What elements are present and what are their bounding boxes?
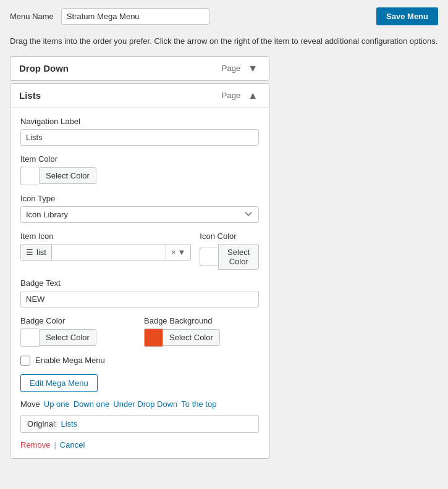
- lists-collapse-button[interactable]: ▲: [245, 90, 260, 101]
- icon-type-select[interactable]: Icon Library Upload Image None: [20, 206, 259, 223]
- move-label: Move: [20, 399, 40, 409]
- icon-color-button[interactable]: Select Color: [218, 244, 259, 270]
- lists-label: Lists: [19, 90, 41, 101]
- original-link[interactable]: Lists: [61, 419, 77, 428]
- cancel-link[interactable]: Cancel: [60, 440, 85, 449]
- enable-mega-menu-checkbox[interactable]: [20, 356, 30, 366]
- item-icon-text-input[interactable]: [52, 244, 166, 260]
- badge-color-button[interactable]: Select Color: [39, 329, 96, 346]
- item-icon-text: list: [36, 248, 46, 257]
- badge-text-input[interactable]: [20, 291, 259, 307]
- navigation-label-group: Navigation Label: [20, 117, 259, 146]
- icon-row: Item Icon ☰ list × ▼: [20, 232, 259, 278]
- badge-color-picker: Select Color: [20, 328, 135, 347]
- item-icon-label: Item Icon: [20, 232, 191, 241]
- item-icon-clear-button[interactable]: × ▼: [166, 244, 190, 260]
- badge-background-swatch: [144, 328, 163, 347]
- lists-header: Lists Page ▲: [11, 84, 269, 108]
- badge-background-group: Badge Background Select Color: [144, 316, 259, 347]
- menu-item-lists: Lists Page ▲ Navigation Label Item Color: [10, 83, 269, 459]
- lists-type: Page: [222, 91, 240, 100]
- move-to-top-link[interactable]: To the top: [181, 399, 216, 409]
- original-row: Original: Lists: [20, 415, 259, 433]
- save-menu-button[interactable]: Save Menu: [376, 7, 438, 25]
- enable-mega-menu-label: Enable Mega Menu: [35, 356, 105, 365]
- move-down-one-link[interactable]: Down one: [74, 399, 110, 409]
- badge-color-row: Badge Color Select Color Badge Backgroun…: [20, 316, 259, 356]
- action-row: Remove | Cancel: [20, 440, 259, 449]
- badge-background-picker: Select Color: [144, 328, 259, 347]
- remove-link[interactable]: Remove: [20, 440, 50, 449]
- item-color-group: Item Color Select Color: [20, 154, 259, 185]
- icon-color-swatch: [200, 248, 218, 266]
- item-color-label: Item Color: [20, 154, 259, 164]
- menu-item-dropdown: Drop Down Page ▼: [10, 56, 269, 81]
- badge-color-group: Badge Color Select Color: [20, 316, 135, 347]
- action-separator: |: [54, 440, 56, 449]
- navigation-label-label: Navigation Label: [20, 117, 259, 126]
- page-wrap: Menu Name Save Menu Drag the items into …: [0, 0, 448, 489]
- badge-text-group: Badge Text: [20, 278, 259, 307]
- dropdown-expand-button[interactable]: ▼: [245, 63, 260, 74]
- icon-color-group: Icon Color Select Color: [200, 232, 259, 270]
- item-color-swatch: [20, 167, 39, 185]
- enable-mega-menu-row: Enable Mega Menu: [20, 356, 259, 366]
- clear-dropdown-icon: ▼: [177, 248, 185, 257]
- move-up-one-link[interactable]: Up one: [44, 399, 70, 409]
- dropdown-type: Page: [222, 64, 240, 73]
- badge-color-swatch: [20, 328, 39, 347]
- icon-color-label: Icon Color: [200, 232, 259, 241]
- item-icon-input-wrap: ☰ list × ▼: [20, 244, 191, 261]
- lists-right: Page ▲: [222, 90, 260, 101]
- menu-items-list: Drop Down Page ▼ Lists Page ▲ Navigation…: [10, 56, 269, 461]
- clear-x-icon: ×: [171, 248, 176, 257]
- badge-color-label: Badge Color: [20, 316, 135, 325]
- navigation-label-input[interactable]: [20, 129, 259, 146]
- item-icon-group: Item Icon ☰ list × ▼: [20, 232, 191, 270]
- edit-mega-menu-button[interactable]: Edit Mega Menu: [20, 374, 98, 392]
- move-under-dropdown-link[interactable]: Under Drop Down: [113, 399, 177, 409]
- dropdown-label: Drop Down: [19, 63, 69, 73]
- original-label: Original:: [27, 419, 57, 428]
- lists-body: Navigation Label Item Color Select Color…: [11, 108, 269, 458]
- menu-name-input[interactable]: [61, 8, 209, 25]
- list-icon: ☰: [26, 248, 33, 257]
- icon-color-picker: Select Color: [200, 244, 259, 270]
- item-icon-prefix: ☰ list: [21, 244, 52, 260]
- dropdown-right: Page ▼: [222, 63, 260, 74]
- icon-type-group: Icon Type Icon Library Upload Image None: [20, 194, 259, 223]
- item-color-button[interactable]: Select Color: [39, 167, 96, 184]
- instructions-text: Drag the items into the order you prefer…: [10, 35, 438, 48]
- icon-type-label: Icon Type: [20, 194, 259, 203]
- badge-background-label: Badge Background: [144, 316, 259, 325]
- item-color-picker: Select Color: [20, 167, 259, 185]
- badge-text-label: Badge Text: [20, 278, 259, 288]
- badge-background-button[interactable]: Select Color: [163, 329, 220, 346]
- menu-name-label: Menu Name: [10, 12, 54, 21]
- header-row: Menu Name Save Menu: [10, 7, 438, 25]
- move-row: Move Up one Down one Under Drop Down To …: [20, 399, 259, 409]
